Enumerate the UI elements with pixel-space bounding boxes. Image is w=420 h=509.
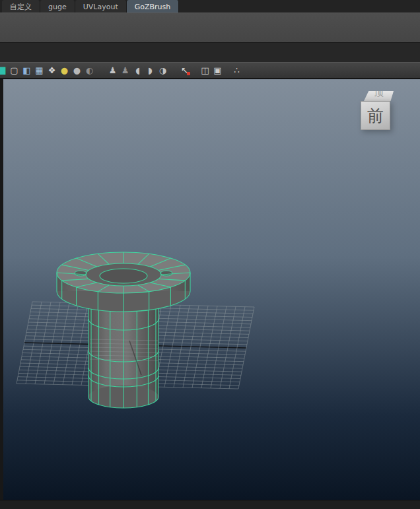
isolate-select-right-icon[interactable]: ◗ xyxy=(145,64,156,77)
highlight-indicator-dot xyxy=(187,72,190,75)
shelf-tab-guge[interactable]: guge xyxy=(40,0,75,13)
view-cube-top-label: 顶 xyxy=(374,91,384,101)
frame-cube-icon[interactable]: ▣ xyxy=(212,64,223,77)
bottom-bar xyxy=(0,500,420,509)
view-cube-top-face[interactable]: 顶 xyxy=(364,91,394,101)
view-cube-front-label: 前 xyxy=(367,105,384,127)
toolbar-separator xyxy=(192,63,198,78)
shelf-tab-UVLayout[interactable]: UVLayout xyxy=(75,0,127,13)
shelf-tab-自定义[interactable]: 自定义 xyxy=(2,0,40,13)
wireframe-cube-icon[interactable]: ▢ xyxy=(9,64,20,77)
toolbar-separator xyxy=(225,63,230,78)
shadows-icon[interactable]: ◐ xyxy=(84,64,95,77)
view-cube[interactable]: 顶 前 xyxy=(361,91,395,132)
viewport-left-border xyxy=(0,79,3,500)
textured-cube-icon[interactable]: ▦ xyxy=(34,64,45,77)
viewport-scene xyxy=(0,79,420,500)
ghost-color-swatch-icon[interactable]: ■ xyxy=(0,64,7,77)
maya-window: 自定义gugeUVLayoutGoZBrush ■▢◧▦❖●●◐♟♟◖◗◑↖◫▣… xyxy=(0,0,420,509)
isolate-select-left-icon[interactable]: ◖ xyxy=(132,64,143,77)
shelf-tab-GoZBrush[interactable]: GoZBrush xyxy=(127,0,180,13)
view-cube-front-face[interactable]: 前 xyxy=(361,101,390,130)
shelf-area xyxy=(0,13,420,42)
panel-menubar-strip xyxy=(0,42,420,62)
viewport-3d[interactable]: 顶 前 xyxy=(0,79,420,500)
exposure-sphere-icon[interactable]: ◑ xyxy=(157,64,168,77)
xray-icon[interactable]: ♟ xyxy=(107,64,118,77)
camera-cube-icon[interactable]: ◫ xyxy=(199,64,211,77)
shelf-tab-bar: 自定义gugeUVLayoutGoZBrush xyxy=(0,0,420,13)
default-light-icon[interactable]: ● xyxy=(71,64,83,77)
toolbar-separator xyxy=(170,63,178,78)
use-all-lights-icon[interactable]: ● xyxy=(59,64,70,77)
highlight-selection-icon[interactable]: ↖ xyxy=(179,64,190,77)
toolbar-separator xyxy=(96,63,106,78)
mesh-flange-head xyxy=(57,252,190,312)
checker-icon[interactable]: ❖ xyxy=(46,64,57,77)
node-connections-icon[interactable]: ∴ xyxy=(231,64,242,77)
shaded-cube-icon[interactable]: ◧ xyxy=(21,64,32,77)
panel-toolbar: ■▢◧▦❖●●◐♟♟◖◗◑↖◫▣∴ xyxy=(0,62,420,79)
xray-joints-icon[interactable]: ♟ xyxy=(120,64,131,77)
